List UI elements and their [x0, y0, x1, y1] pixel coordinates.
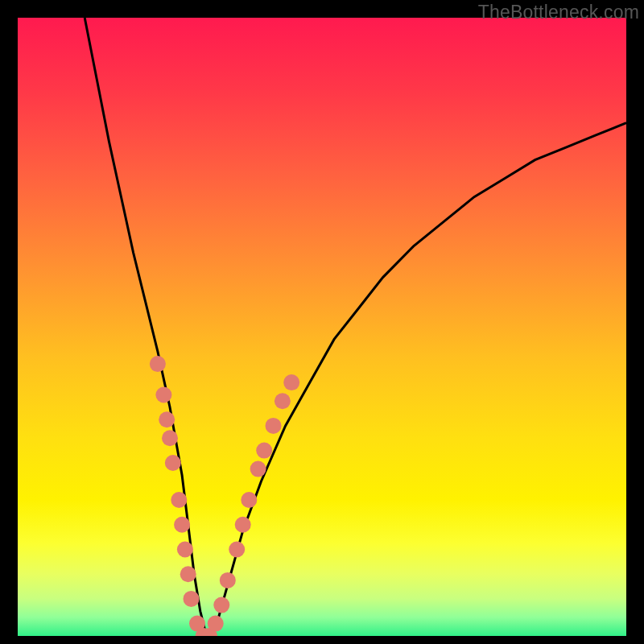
highlight-point [150, 356, 166, 372]
highlight-point [275, 393, 291, 409]
highlight-point [177, 542, 193, 558]
highlight-point [241, 492, 257, 508]
bottleneck-chart [18, 18, 626, 636]
highlight-point [250, 461, 266, 477]
highlight-point [171, 492, 187, 508]
gradient-background [18, 18, 626, 636]
highlight-point [235, 517, 251, 533]
highlight-point [229, 542, 245, 558]
highlight-point [220, 572, 236, 588]
highlight-point [208, 616, 224, 632]
highlight-point [180, 566, 196, 582]
highlight-point [159, 411, 175, 427]
highlight-point [165, 455, 181, 471]
chart-frame [18, 18, 626, 636]
highlight-point [155, 387, 171, 403]
highlight-point [266, 418, 282, 434]
highlight-point [184, 591, 200, 607]
highlight-point [283, 374, 299, 390]
highlight-point [162, 430, 178, 446]
highlight-point [213, 597, 229, 613]
highlight-point [174, 517, 190, 533]
highlight-point [256, 443, 272, 459]
